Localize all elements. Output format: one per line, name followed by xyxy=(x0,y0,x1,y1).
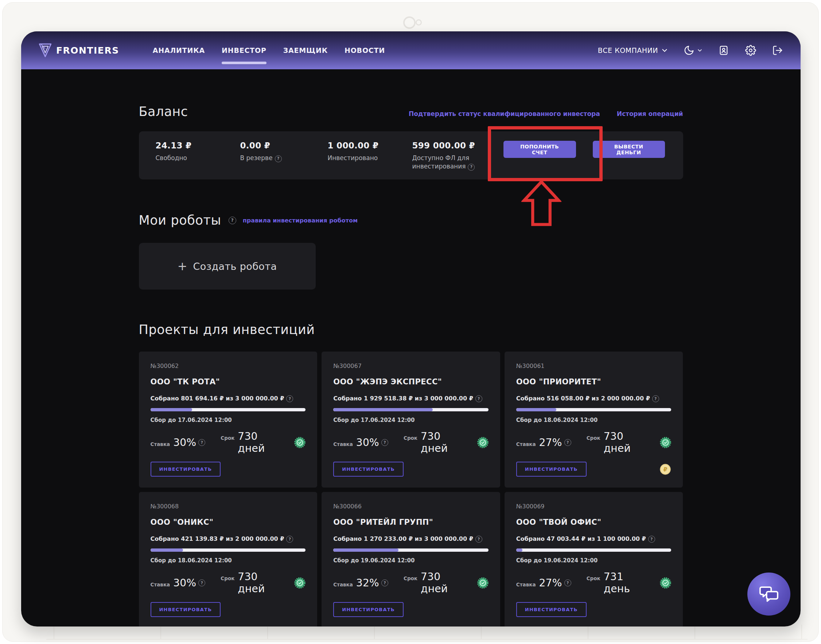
rate-label: Ставка xyxy=(333,441,353,447)
project-card: №300061 ООО "ПРИОРИТЕТ" Собрано 516 058.… xyxy=(505,351,683,488)
term-label: Срок xyxy=(404,435,417,441)
logout-icon[interactable] xyxy=(772,45,783,56)
background-grid-line xyxy=(46,639,807,639)
help-icon[interactable]: ? xyxy=(228,216,236,224)
project-collected: Собрано 421 139.83 ₽ из 2 000 000.00 ₽? xyxy=(150,535,306,543)
term-stat: Срок 730 дней xyxy=(221,571,279,595)
nav-item[interactable]: ЗАЕМЩИК xyxy=(283,46,328,54)
moon-icon xyxy=(683,45,694,56)
rate-label: Ставка xyxy=(150,441,170,447)
invest-button[interactable]: ИНВЕСТИРОВАТЬ xyxy=(150,462,221,477)
theme-selector[interactable] xyxy=(683,45,702,56)
progress-fill xyxy=(150,549,183,552)
project-name: ООО "ОНИКС" xyxy=(150,518,306,527)
invest-button[interactable]: ИНВЕСТИРОВАТЬ xyxy=(516,602,587,617)
device-camera-circle xyxy=(403,17,416,29)
help-icon[interactable]: ? xyxy=(286,395,293,402)
help-icon[interactable]: ? xyxy=(468,164,475,171)
invest-button[interactable]: ИНВЕСТИРОВАТЬ xyxy=(333,602,404,617)
gear-icon[interactable] xyxy=(745,45,756,56)
rate-value: 30% xyxy=(173,577,196,589)
balance-stat: 24.13 ₽ Свободно? xyxy=(156,141,240,171)
project-collected: Собрано 516 058.00 ₽ из 2 000 000.00 ₽? xyxy=(516,395,671,402)
term-label: Срок xyxy=(221,435,234,441)
term-label: Срок xyxy=(404,575,417,581)
progress-fill xyxy=(150,408,193,411)
project-deadline: Сбор до 17.06.2024 12:00 xyxy=(333,417,489,423)
invest-button[interactable]: ИНВЕСТИРОВАТЬ xyxy=(333,462,404,477)
term-stat: Срок 731 день xyxy=(587,571,645,595)
ruble-coin-icon: ₽ xyxy=(660,463,671,475)
help-icon[interactable]: ? xyxy=(275,155,282,162)
help-icon[interactable]: ? xyxy=(564,580,571,586)
balance-stat: 1 000.00 ₽ Инвестировано? xyxy=(328,141,412,171)
rate-stat: Ставка 27% ? xyxy=(516,577,571,589)
stat-value: 0.00 ₽ xyxy=(240,141,328,150)
term-value: 730 дней xyxy=(238,571,279,595)
progress-fill xyxy=(516,549,522,552)
progress-bar xyxy=(516,408,671,411)
chat-button[interactable] xyxy=(747,572,790,616)
help-icon[interactable]: ? xyxy=(381,439,388,446)
top-navbar: FRONTIERS АНАЛИТИКА ИНВЕСТОР ЗАЕМЩИК НОВ… xyxy=(21,31,801,69)
deposit-button[interactable]: ПОПОЛНИТЬ СЧЕТ xyxy=(504,141,576,158)
nav-item[interactable]: АНАЛИТИКА xyxy=(153,46,205,54)
rate-value: 30% xyxy=(173,437,196,449)
stat-label: Свободно? xyxy=(156,154,240,162)
chat-bubbles-icon xyxy=(758,584,780,604)
term-value: 730 дней xyxy=(604,430,645,454)
qualified-investor-link[interactable]: Подтвердить статус квалифицированного ин… xyxy=(409,110,600,117)
company-selector[interactable]: ВСЕ КОМПАНИИ xyxy=(598,46,668,54)
stat-label: Доступно ФЛ для инвестирования? xyxy=(412,154,504,171)
project-deadline: Сбор до 18.06.2024 12:00 xyxy=(516,417,671,423)
verified-badge-icon xyxy=(294,437,305,448)
robot-rules-link[interactable]: правила инвестирования роботом xyxy=(243,217,358,224)
help-icon[interactable]: ? xyxy=(198,439,205,446)
project-number: №300068 xyxy=(150,503,306,510)
term-value: 730 дней xyxy=(421,571,462,595)
stat-value: 24.13 ₽ xyxy=(156,141,240,150)
project-deadline: Сбор до 18.06.2024 12:00 xyxy=(150,557,306,564)
project-card: №300066 ООО "РИТЕЙЛ ГРУПП" Собрано 1 270… xyxy=(322,492,500,627)
navbar-right: ВСЕ КОМПАНИИ xyxy=(598,45,783,56)
progress-fill xyxy=(516,408,557,411)
balance-title: Баланс xyxy=(139,104,188,119)
operations-history-link[interactable]: История операций xyxy=(617,110,683,117)
project-card: №300069 ООО "ТВОЙ ОФИС" Собрано 47 003.4… xyxy=(505,492,683,627)
balance-card: 24.13 ₽ Свободно? 0.00 ₽ В резерве? 1 00… xyxy=(139,131,683,179)
term-stat: Срок 730 дней xyxy=(587,430,645,454)
logo[interactable]: FRONTIERS xyxy=(39,43,119,58)
nav-item[interactable]: ИНВЕСТОР xyxy=(222,46,267,54)
robots-title: Мои роботы xyxy=(139,213,221,228)
plus-icon: + xyxy=(178,261,187,272)
project-deadline: Сбор до 19.06.2024 12:00 xyxy=(333,557,489,564)
help-icon[interactable]: ? xyxy=(381,580,388,586)
rate-value: 27% xyxy=(539,437,562,449)
balance-stat: 0.00 ₽ В резерве? xyxy=(240,141,328,171)
project-name: ООО "ТК РОТА" xyxy=(150,377,306,386)
nav-items: АНАЛИТИКА ИНВЕСТОР ЗАЕМЩИК НОВОСТИ xyxy=(153,46,385,54)
stat-value: 599 000.00 ₽ xyxy=(412,141,504,150)
term-label: Срок xyxy=(587,575,600,581)
project-collected: Собрано 1 929 518.38 ₽ из 3 000 000.00 ₽… xyxy=(333,395,489,402)
chevron-down-icon xyxy=(697,49,702,52)
help-icon[interactable]: ? xyxy=(564,439,571,446)
withdraw-button[interactable]: ВЫВЕСТИ ДЕНЬГИ xyxy=(593,141,665,158)
project-number: №300066 xyxy=(333,503,489,510)
invest-button[interactable]: ИНВЕСТИРОВАТЬ xyxy=(150,602,221,617)
project-card: №300062 ООО "ТК РОТА" Собрано 801 694.16… xyxy=(139,351,317,488)
help-icon[interactable]: ? xyxy=(286,536,293,543)
device-camera-dot xyxy=(416,19,422,26)
invest-button[interactable]: ИНВЕСТИРОВАТЬ xyxy=(516,462,587,477)
frontiers-logo-icon xyxy=(39,43,52,58)
profile-id-icon[interactable] xyxy=(718,45,729,56)
help-icon[interactable]: ? xyxy=(648,536,655,543)
help-icon[interactable]: ? xyxy=(475,536,482,543)
create-robot-button[interactable]: + Создать робота xyxy=(139,243,316,290)
company-selector-label: ВСЕ КОМПАНИИ xyxy=(598,46,658,54)
help-icon[interactable]: ? xyxy=(652,395,659,402)
help-icon[interactable]: ? xyxy=(475,395,482,402)
help-icon[interactable]: ? xyxy=(198,580,205,586)
verified-badge-icon xyxy=(477,577,489,589)
nav-item[interactable]: НОВОСТИ xyxy=(345,46,385,54)
